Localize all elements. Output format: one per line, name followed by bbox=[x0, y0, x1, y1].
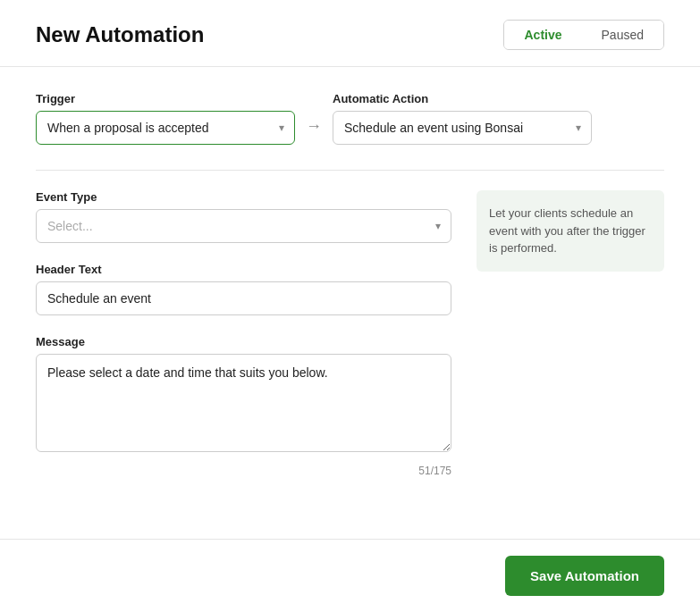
action-label: Automatic Action bbox=[333, 92, 592, 105]
event-type-select-wrapper: Select... ▾ bbox=[36, 209, 451, 243]
header-text-field: Header Text bbox=[36, 263, 451, 315]
divider bbox=[36, 170, 664, 171]
form-right: Let your clients schedule an event with … bbox=[477, 190, 664, 477]
header-text-input[interactable] bbox=[36, 281, 451, 315]
status-toggle: Active Paused bbox=[503, 20, 664, 50]
trigger-field-group: Trigger When a proposal is acceptedWhen … bbox=[36, 92, 295, 145]
status-active-button[interactable]: Active bbox=[504, 21, 581, 49]
trigger-action-row: Trigger When a proposal is acceptedWhen … bbox=[36, 92, 664, 145]
info-box-text: Let your clients schedule an event with … bbox=[489, 206, 645, 255]
page-title: New Automation bbox=[36, 22, 204, 47]
message-textarea-wrapper bbox=[36, 354, 451, 456]
event-type-select[interactable]: Select... bbox=[36, 209, 451, 243]
form-section: Event Type Select... ▾ Header Text Messa… bbox=[36, 190, 664, 477]
trigger-select[interactable]: When a proposal is acceptedWhen a propos… bbox=[36, 111, 295, 145]
trigger-select-wrapper: When a proposal is acceptedWhen a propos… bbox=[36, 111, 295, 145]
action-select-wrapper: Schedule an event using BonsaiSend an em… bbox=[333, 111, 592, 145]
event-type-label: Event Type bbox=[36, 190, 451, 204]
page-container: New Automation Active Paused Trigger Whe… bbox=[0, 0, 700, 612]
arrow-between: → bbox=[295, 117, 333, 145]
footer: Save Automation bbox=[0, 539, 700, 612]
header-text-label: Header Text bbox=[36, 263, 451, 276]
status-paused-button[interactable]: Paused bbox=[582, 21, 663, 49]
message-label: Message bbox=[36, 335, 451, 348]
trigger-label: Trigger bbox=[36, 92, 295, 105]
event-type-field: Event Type Select... ▾ bbox=[36, 190, 451, 243]
message-textarea[interactable] bbox=[36, 354, 451, 452]
main-content: Trigger When a proposal is acceptedWhen … bbox=[0, 67, 700, 539]
form-left: Event Type Select... ▾ Header Text Messa… bbox=[36, 190, 451, 477]
message-field: Message 51/175 bbox=[36, 335, 451, 477]
save-automation-button[interactable]: Save Automation bbox=[505, 556, 664, 596]
action-select[interactable]: Schedule an event using BonsaiSend an em… bbox=[333, 111, 592, 145]
char-count: 51/175 bbox=[36, 465, 451, 477]
header: New Automation Active Paused bbox=[0, 0, 700, 67]
action-field-group: Automatic Action Schedule an event using… bbox=[333, 92, 592, 145]
info-box: Let your clients schedule an event with … bbox=[477, 190, 664, 272]
